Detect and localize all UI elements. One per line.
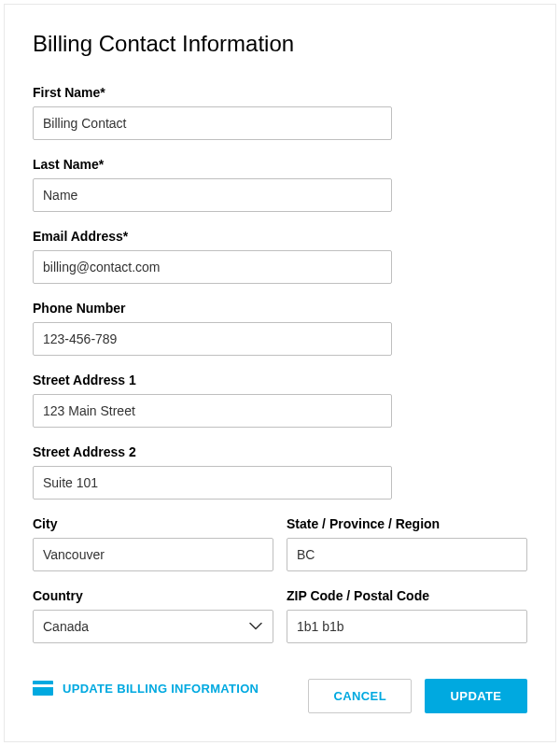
email-label: Email Address* xyxy=(33,229,527,244)
email-group: Email Address* xyxy=(33,229,527,284)
update-button[interactable]: UPDATE xyxy=(425,679,527,713)
country-label: Country xyxy=(33,588,273,603)
billing-contact-card: Billing Contact Information First Name* … xyxy=(4,4,556,742)
action-buttons: CANCEL UPDATE xyxy=(308,679,527,713)
update-billing-link-text: UPDATE BILLING INFORMATION xyxy=(63,682,259,696)
credit-card-icon xyxy=(33,681,53,696)
last-name-label: Last Name* xyxy=(33,157,527,172)
street2-group: Street Address 2 xyxy=(33,444,527,500)
last-name-group: Last Name* xyxy=(33,157,527,212)
phone-group: Phone Number xyxy=(33,301,527,356)
country-select[interactable]: Canada xyxy=(33,610,273,643)
phone-label: Phone Number xyxy=(33,301,527,316)
street2-input[interactable] xyxy=(33,466,392,500)
city-input[interactable] xyxy=(33,538,273,571)
state-label: State / Province / Region xyxy=(287,516,527,531)
zip-group: ZIP Code / Postal Code xyxy=(287,588,527,643)
zip-input[interactable] xyxy=(287,610,527,643)
first-name-input[interactable] xyxy=(33,106,392,140)
street1-input[interactable] xyxy=(33,394,392,428)
phone-input[interactable] xyxy=(33,322,392,356)
street1-label: Street Address 1 xyxy=(33,373,527,387)
street1-group: Street Address 1 xyxy=(33,373,527,428)
page-title: Billing Contact Information xyxy=(33,31,527,57)
city-group: City xyxy=(33,516,273,571)
state-group: State / Province / Region xyxy=(287,516,527,571)
first-name-label: First Name* xyxy=(33,85,527,100)
last-name-input[interactable] xyxy=(33,178,392,212)
city-label: City xyxy=(33,516,273,531)
email-input[interactable] xyxy=(33,250,392,284)
zip-label: ZIP Code / Postal Code xyxy=(287,588,527,603)
first-name-group: First Name* xyxy=(33,85,527,140)
street2-label: Street Address 2 xyxy=(33,444,527,459)
cancel-button[interactable]: CANCEL xyxy=(308,679,412,713)
state-input[interactable] xyxy=(287,538,527,571)
country-group: Country Canada xyxy=(33,588,273,643)
